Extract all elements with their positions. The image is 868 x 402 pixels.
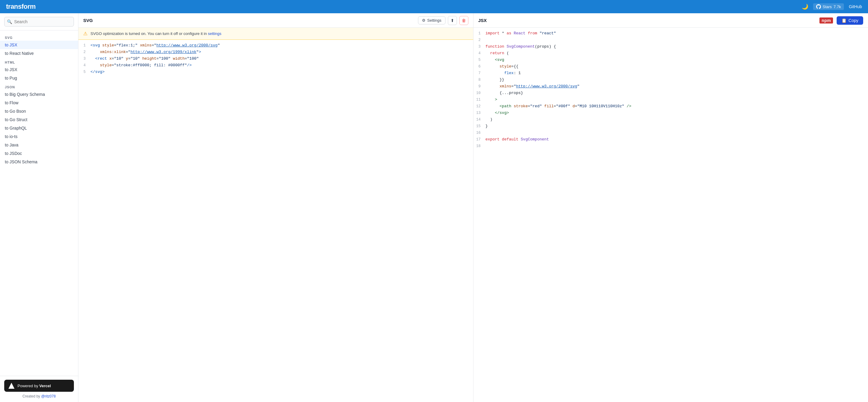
- output-line-10: 10 {...props}: [473, 90, 868, 96]
- left-panel-title: SVG: [83, 18, 93, 23]
- delete-button[interactable]: 🗑: [459, 16, 468, 25]
- warning-text: SVGO optimization is turned on. You can …: [91, 31, 221, 36]
- code-line-5: 5 </svg>: [79, 69, 473, 75]
- vercel-icon: [8, 383, 14, 389]
- jsx-output: 1 import * as React from "react" 2 3 fun…: [473, 28, 868, 402]
- output-line-16: 16: [473, 130, 868, 136]
- code-line-4: 4 style="stroke:#ff0000; fill: #0000ff"/…: [79, 62, 473, 69]
- output-line-3: 3 function SvgComponent(props) {: [473, 43, 868, 50]
- sidebar-footer: Powered by Vercel Created by @ritz078: [0, 376, 78, 402]
- right-panel-title: JSX: [478, 18, 487, 23]
- output-line-13: 13 </svg>: [473, 110, 868, 116]
- settings-label: Settings: [427, 18, 441, 23]
- upload-icon: ⬆: [451, 18, 454, 23]
- output-line-11: 11 >: [473, 96, 868, 103]
- sidebar-item-json-to-bigquery[interactable]: to Big Query Schema: [0, 90, 78, 99]
- github-stars-button[interactable]: Stars 7.7k: [813, 3, 844, 10]
- sidebar-item-json-to-json-schema[interactable]: to JSON Schema: [0, 158, 78, 166]
- sidebar-item-json-to-flow[interactable]: to Flow: [0, 99, 78, 107]
- output-line-1: 1 import * as React from "react": [473, 30, 868, 37]
- output-line-8: 8 }}: [473, 76, 868, 83]
- output-line-17: 17 export default SvgComponent: [473, 136, 868, 143]
- output-line-7: 7 flex: 1: [473, 70, 868, 76]
- upload-button[interactable]: ⬆: [448, 16, 457, 25]
- output-line-9: 9 xmlns="http://www.w3.org/2000/svg": [473, 83, 868, 90]
- search-icon: 🔍: [7, 19, 12, 24]
- output-line-6: 6 style={{: [473, 63, 868, 70]
- copy-label: Copy: [848, 18, 858, 23]
- powered-by-label: Powered by Vercel: [18, 383, 51, 388]
- sidebar-item-json-to-io-ts[interactable]: to io-ts: [0, 132, 78, 141]
- powered-by-vercel[interactable]: Powered by Vercel: [4, 380, 74, 392]
- search-input[interactable]: [4, 17, 74, 27]
- sidebar-item-json-to-go-struct[interactable]: to Go Struct: [0, 115, 78, 124]
- header-right: 🌙 Stars 7.7k GitHub: [802, 3, 862, 10]
- warning-icon: ⚠: [83, 31, 88, 36]
- code-line-3: 3 <rect x="10" y="10" height="100" width…: [79, 56, 473, 62]
- sidebar-item-json-to-java[interactable]: to Java: [0, 141, 78, 149]
- code-line-1: 1 <svg style="flex:1;" xmlns="http://www…: [79, 42, 473, 49]
- left-panel: SVG ⚙ Settings ⬆ 🗑 ⚠ SVGO: [79, 13, 473, 402]
- output-line-5: 5 <svg: [473, 57, 868, 63]
- sidebar-section-html: HTML: [0, 58, 78, 65]
- sidebar-item-html-to-pug[interactable]: to Pug: [0, 74, 78, 82]
- output-line-18: 18: [473, 143, 868, 149]
- creator-link[interactable]: @ritz078: [41, 394, 56, 398]
- right-panel: JSX npm 📋 Copy 1 import * as React from …: [473, 13, 868, 402]
- sidebar-item-svg-to-jsx[interactable]: to JSX: [0, 41, 78, 49]
- left-panel-header: SVG ⚙ Settings ⬆ 🗑: [79, 13, 473, 28]
- sidebar-item-json-to-go-bson[interactable]: to Go Bson: [0, 107, 78, 115]
- stars-label: Stars: [823, 4, 832, 9]
- output-line-4: 4 return (: [473, 50, 868, 57]
- copy-button[interactable]: 📋 Copy: [837, 16, 863, 25]
- svg-code-editor[interactable]: 1 <svg style="flex:1;" xmlns="http://www…: [79, 40, 473, 402]
- warning-banner: ⚠ SVGO optimization is turned on. You ca…: [79, 28, 473, 40]
- app-logo: transform: [6, 3, 36, 10]
- sidebar-search-container: 🔍: [0, 13, 78, 30]
- theme-toggle-icon[interactable]: 🌙: [802, 3, 808, 10]
- sidebar-section-json: JSON: [0, 82, 78, 90]
- right-panel-header: JSX npm 📋 Copy: [473, 13, 868, 28]
- main-layout: 🔍 SVG to JSX to React Native HTML to JSX…: [0, 13, 868, 402]
- code-line-2: 2 xmlns:xlink="http://www.w3.org/1999/xl…: [79, 49, 473, 56]
- content-area: SVG ⚙ Settings ⬆ 🗑 ⚠ SVGO: [79, 13, 868, 402]
- github-icon: [816, 4, 821, 9]
- settings-button[interactable]: ⚙ Settings: [418, 16, 445, 24]
- created-by: Created by @ritz078: [4, 394, 74, 398]
- trash-icon: 🗑: [462, 18, 466, 23]
- sidebar: 🔍 SVG to JSX to React Native HTML to JSX…: [0, 13, 79, 402]
- warning-settings-link[interactable]: settings: [208, 31, 221, 36]
- sidebar-item-svg-to-react-native[interactable]: to React Native: [0, 49, 78, 58]
- copy-icon: 📋: [841, 18, 846, 23]
- output-line-15: 15 }: [473, 123, 868, 130]
- sidebar-item-html-to-jsx[interactable]: to JSX: [0, 65, 78, 74]
- output-line-2: 2: [473, 37, 868, 43]
- left-panel-actions: ⚙ Settings ⬆ 🗑: [418, 16, 468, 25]
- output-line-14: 14 ): [473, 116, 868, 123]
- sidebar-nav: SVG to JSX to React Native HTML to JSX t…: [0, 30, 78, 376]
- sidebar-section-svg: SVG: [0, 33, 78, 41]
- stars-count: 7.7k: [834, 4, 841, 9]
- app-header: transform 🌙 Stars 7.7k GitHub: [0, 0, 868, 13]
- right-panel-actions: npm 📋 Copy: [819, 16, 863, 25]
- sidebar-item-json-to-graphql[interactable]: to GraphQL: [0, 124, 78, 132]
- search-wrapper: 🔍: [4, 17, 74, 27]
- settings-gear-icon: ⚙: [422, 18, 426, 23]
- sidebar-item-json-to-jsdoc[interactable]: to JSDoc: [0, 149, 78, 158]
- output-line-12: 12 <path stroke="red" fill="#00f" d="M10…: [473, 103, 868, 110]
- github-link[interactable]: GitHub: [849, 4, 862, 9]
- npm-logo: npm: [819, 18, 833, 24]
